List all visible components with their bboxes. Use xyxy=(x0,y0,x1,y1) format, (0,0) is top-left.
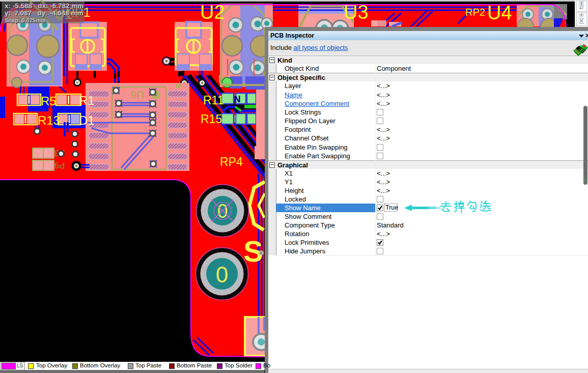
svg-text:R11: R11 xyxy=(203,94,224,107)
svg-text:0: 0 xyxy=(216,262,228,287)
svg-text:U4: U4 xyxy=(487,2,512,23)
svg-text:U6: U6 xyxy=(131,89,144,100)
svg-text:N: N xyxy=(234,94,241,104)
svg-text:R15: R15 xyxy=(201,112,222,126)
svg-text:D1: D1 xyxy=(79,113,95,127)
svg-text:RP4: RP4 xyxy=(220,155,243,168)
svg-text:R5: R5 xyxy=(41,94,57,108)
svg-text:R13: R13 xyxy=(38,113,60,127)
svg-text:RP2: RP2 xyxy=(465,7,485,18)
svg-text:R1: R1 xyxy=(79,94,95,107)
svg-text:P9: P9 xyxy=(54,160,65,170)
